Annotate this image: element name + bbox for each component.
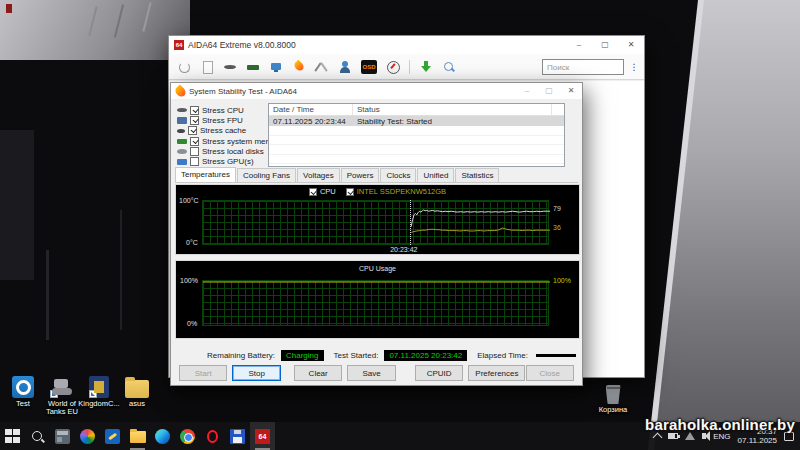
tank-icon <box>50 376 74 398</box>
legend-ssd-checkbox[interactable] <box>346 188 354 196</box>
tab-powers[interactable]: Powers <box>341 168 380 182</box>
stress-option-gpu[interactable]: Stress GPU(s) <box>177 156 269 166</box>
tray-expand-chevron-icon[interactable] <box>653 433 663 443</box>
start-button[interactable]: Start <box>179 365 227 381</box>
cpu-current-value: 79 <box>553 205 561 212</box>
stress-option-memory[interactable]: Stress system memory <box>177 136 269 146</box>
taskbar-keepass[interactable] <box>100 422 125 450</box>
test-app-icon <box>12 376 34 398</box>
wifi-icon[interactable] <box>685 432 695 440</box>
motherboard-icon[interactable] <box>223 60 237 74</box>
tab-statistics[interactable]: Statistics <box>455 168 499 182</box>
sst-maximize-button[interactable]: ▢ <box>538 87 560 95</box>
refresh-icon[interactable] <box>177 60 191 74</box>
opera-icon <box>207 430 218 443</box>
search-zoom-icon[interactable] <box>442 60 456 74</box>
search-input[interactable] <box>542 59 624 75</box>
log-table-row[interactable]: 07.11.2025 20:23:44 Stability Test: Star… <box>269 116 564 126</box>
user-icon[interactable] <box>338 60 352 74</box>
start-button-taskbar[interactable] <box>0 422 25 450</box>
taskbar-search[interactable] <box>25 422 50 450</box>
stop-button[interactable]: Stop <box>232 365 280 381</box>
stress-option-disks[interactable]: Stress local disks <box>177 146 269 156</box>
stress-cpu-checkbox[interactable] <box>190 106 199 115</box>
tab-temperatures[interactable]: Temperatures <box>175 167 236 182</box>
desktop-icon-kingdomcome[interactable]: KingdomC... <box>78 372 120 408</box>
taskbar-disk-utility[interactable] <box>225 422 250 450</box>
main-window-titlebar[interactable]: 64 AIDA64 Extreme v8.00.8000 – ▢ ✕ <box>169 36 644 54</box>
search-icon <box>30 429 45 444</box>
close-button[interactable]: ✕ <box>618 41 644 49</box>
stability-test-window: System Stability Test - AIDA64 – ▢ ✕ Str… <box>170 82 583 386</box>
stress-fpu-checkbox[interactable] <box>190 116 199 125</box>
desktop-icon-test[interactable]: Test <box>2 372 44 408</box>
legend-item-cpu[interactable]: CPU <box>309 187 336 196</box>
sst-minimize-button[interactable]: – <box>516 87 538 95</box>
minimize-button[interactable]: – <box>566 41 592 49</box>
sst-close-button[interactable]: ✕ <box>560 87 582 95</box>
disk-icon <box>177 149 187 154</box>
battery-label: Remaining Battery: <box>207 351 275 360</box>
more-options-icon[interactable]: ⋮ <box>628 59 640 75</box>
save-button[interactable]: Save <box>347 365 395 381</box>
legend-item-ssd[interactable]: INTEL SSDPEKNW512GB <box>346 187 446 196</box>
taskbar-aida64[interactable]: 64 <box>250 422 275 450</box>
taskbar-opera[interactable] <box>200 422 225 450</box>
sst-titlebar[interactable]: System Stability Test - AIDA64 – ▢ ✕ <box>171 83 582 99</box>
stress-option-cache[interactable]: Stress cache <box>177 126 269 136</box>
memory-icon[interactable] <box>246 60 260 74</box>
stress-gpu-checkbox[interactable] <box>190 157 199 166</box>
test-started-value: 07.11.2025 20:23:42 <box>384 350 467 361</box>
tab-voltages[interactable]: Voltages <box>297 168 340 182</box>
screen: Test World of Tanks EU KingdomC... asus … <box>0 0 800 450</box>
display-icon[interactable] <box>269 60 283 74</box>
edge-icon <box>155 429 170 444</box>
stress-disks-checkbox[interactable] <box>190 147 199 156</box>
maximize-button[interactable]: ▢ <box>592 41 618 49</box>
desktop-icon-world-of-tanks[interactable]: World of Tanks EU <box>41 372 83 416</box>
test-start-marker-line <box>410 200 411 245</box>
log-empty-row <box>269 155 564 165</box>
taskbar-calculator[interactable] <box>50 422 75 450</box>
cache-icon <box>177 129 185 133</box>
cpuid-button[interactable]: CPUID <box>415 365 463 381</box>
speaker-icon[interactable] <box>702 433 706 439</box>
wallpaper-structure <box>0 130 34 280</box>
taskbar-file-explorer[interactable] <box>125 422 150 450</box>
tab-cooling-fans[interactable]: Cooling Fans <box>237 168 296 182</box>
clear-button[interactable]: Clear <box>294 365 342 381</box>
photos-icon <box>80 429 95 444</box>
wallpaper-structure <box>46 250 49 340</box>
wallpaper-red-mark <box>6 4 12 13</box>
osd-icon[interactable]: OSD <box>361 60 377 74</box>
report-icon[interactable] <box>200 60 214 74</box>
taskbar-photos[interactable] <box>75 422 100 450</box>
desktop-icon-recycle-bin[interactable]: Корзина <box>592 382 634 414</box>
stress-cache-checkbox[interactable] <box>188 126 197 135</box>
column-header-datetime: Date / Time <box>269 104 353 115</box>
taskbar-chrome[interactable] <box>175 422 200 450</box>
desktop-icon-label: asus <box>116 400 158 408</box>
temperature-graph-panel: CPU INTEL SSDPEKNW512GB 100°C 0°C 20:23:… <box>175 184 580 255</box>
desktop-icon-asus-folder[interactable]: asus <box>116 372 158 408</box>
benchmark-icon[interactable] <box>315 60 329 74</box>
elapsed-time-value <box>536 354 576 357</box>
burn-in-flame-icon[interactable] <box>292 60 306 74</box>
stress-option-cpu[interactable]: Stress CPU <box>177 105 269 115</box>
tab-unified[interactable]: Unified <box>417 168 454 182</box>
taskbar-edge[interactable] <box>150 422 175 450</box>
tab-clocks[interactable]: Clocks <box>380 168 416 182</box>
download-update-icon[interactable] <box>419 60 433 74</box>
close-button-sst[interactable]: Close <box>526 365 574 381</box>
sst-window-title: System Stability Test - AIDA64 <box>189 87 516 96</box>
legend-cpu-checkbox[interactable] <box>309 188 317 196</box>
gauge-icon[interactable] <box>386 60 400 74</box>
log-status-cell: Stability Test: Started <box>353 116 564 126</box>
calculator-icon <box>55 429 70 444</box>
battery-value: Charging <box>281 350 323 361</box>
battery-icon[interactable] <box>668 433 678 439</box>
legend-ssd-label: INTEL SSDPEKNW512GB <box>357 187 446 196</box>
stress-option-fpu[interactable]: Stress FPU <box>177 115 269 125</box>
stress-memory-checkbox[interactable] <box>190 137 199 146</box>
preferences-button[interactable]: Preferences <box>468 365 525 381</box>
